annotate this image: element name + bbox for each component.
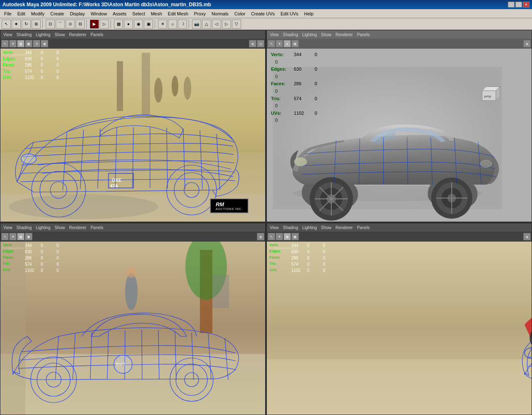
vp-topright-menu-shading[interactable]: Shading — [282, 32, 300, 37]
vp-topleft-toolbar: View Shading Lighting Show Renderer Pane… — [0, 30, 265, 39]
vp-bl-menu-view[interactable]: View — [2, 225, 14, 230]
vp-icon-extra2[interactable]: ◎ — [257, 40, 264, 47]
sep3 — [111, 20, 112, 29]
tool-move[interactable]: ✦ — [12, 20, 21, 29]
menu-select[interactable]: Select — [130, 10, 148, 17]
tool-select[interactable]: ↖ — [2, 20, 11, 29]
tool-shading-flat[interactable]: ◉ — [134, 20, 143, 29]
menu-editmesh[interactable]: Edit Mesh — [165, 10, 191, 17]
tool-snap-view[interactable]: ⊟ — [76, 20, 85, 29]
close-button[interactable]: × — [523, 2, 530, 7]
vp-topright-menu-panels[interactable]: Panels — [356, 32, 371, 37]
menu-normals[interactable]: Normals — [209, 10, 231, 17]
menu-assets[interactable]: Assets — [110, 10, 129, 17]
vp-tr-icon3[interactable]: ● — [283, 40, 291, 47]
vp-bl-menu-lighting[interactable]: Lighting — [34, 225, 52, 230]
tool-shading-wireframe[interactable]: ▦ — [114, 20, 123, 29]
vp-menu-view[interactable]: View — [2, 32, 14, 37]
tool-poly4[interactable]: ▽ — [232, 20, 241, 29]
vp-bl-menu-renderer[interactable]: Renderer — [68, 225, 88, 230]
vp-bl-icon2[interactable]: ✦ — [9, 233, 17, 240]
menu-window[interactable]: Window — [88, 10, 109, 17]
vp-menu-show[interactable]: Show — [53, 32, 66, 37]
vp-br-menu-shading[interactable]: Shading — [282, 225, 300, 230]
vp-br-menu-view[interactable]: View — [268, 225, 280, 230]
svg-point-5 — [172, 76, 178, 96]
vp-topright-menu-show[interactable]: Show — [320, 32, 332, 37]
vp-br-menu-renderer[interactable]: Renderer — [334, 225, 354, 230]
vp-tr-icon4[interactable]: ▦ — [291, 40, 299, 47]
menu-createuvs[interactable]: Create UVs — [249, 10, 277, 17]
vp-br-icon1[interactable]: ↖ — [268, 233, 275, 240]
vp-menu-lighting[interactable]: Lighting — [34, 32, 52, 37]
vp-icon-move[interactable]: ✦ — [9, 40, 17, 47]
vp-bl-icon4[interactable]: ▣ — [25, 233, 32, 240]
tool-poly3[interactable]: ▷ — [222, 20, 231, 29]
menu-edit[interactable]: Edit — [15, 10, 28, 17]
tool-snap-curve[interactable]: ⌒ — [56, 20, 65, 29]
viewport-top-left[interactable]: View Shading Lighting Show Renderer Pane… — [0, 30, 266, 222]
vp-icon-select[interactable]: ↖ — [1, 40, 9, 47]
tool-shading-smooth[interactable]: ● — [124, 20, 133, 29]
vp-bl-icon1[interactable]: ↖ — [1, 233, 9, 240]
menu-modify[interactable]: Modify — [29, 10, 47, 17]
vp-bl-icon5[interactable]: ◈ — [257, 233, 264, 240]
tool-poly1[interactable]: △ — [202, 20, 211, 29]
vp-icon-light[interactable]: ☀ — [33, 40, 40, 47]
vp-menu-panels[interactable]: Panels — [89, 32, 105, 37]
svg-point-6 — [184, 77, 191, 100]
tool-rotate[interactable]: ↻ — [22, 20, 31, 29]
svg-rect-2 — [117, 61, 123, 111]
menu-mesh[interactable]: Mesh — [148, 10, 165, 17]
vp-topright-menu-renderer[interactable]: Renderer — [334, 32, 354, 37]
tool-snap-grid[interactable]: ⊡ — [46, 20, 55, 29]
minimize-button[interactable]: _ — [508, 2, 515, 7]
vp-icon-texture[interactable]: ▣ — [25, 40, 32, 47]
menu-edituvs[interactable]: Edit UVs — [278, 10, 301, 17]
tool-light2[interactable]: ☼ — [168, 20, 177, 29]
menubar: File Edit Modify Create Display Window A… — [0, 9, 532, 18]
vp-br-menu-panels[interactable]: Panels — [356, 225, 371, 230]
vp-tr-icon2[interactable]: ✦ — [276, 40, 283, 47]
vp-br-menu-show[interactable]: Show — [320, 225, 332, 230]
vp-menu-renderer[interactable]: Renderer — [68, 32, 88, 37]
vp-tr-icon5[interactable]: ◈ — [523, 40, 531, 47]
vp-icon-shading[interactable]: ▦ — [17, 40, 25, 47]
vp-topright-menu-view[interactable]: View — [268, 32, 280, 37]
tool-snap-point[interactable]: ⊙ — [66, 20, 75, 29]
tool-texture[interactable]: ▣ — [144, 20, 153, 29]
tool-ipr[interactable]: ▷ — [100, 20, 109, 29]
tool-render[interactable]: ▶ — [90, 20, 99, 29]
viewport-top-right[interactable]: View Shading Lighting Show Renderer Pane… — [266, 30, 532, 222]
vp-bl-icon3[interactable]: ▦ — [17, 233, 25, 240]
vp-br-icon4[interactable]: ▣ — [291, 233, 299, 240]
menu-proxy[interactable]: Proxy — [192, 10, 208, 17]
maximize-button[interactable]: □ — [515, 2, 522, 7]
menu-color[interactable]: Color — [232, 10, 248, 17]
tool-camera[interactable]: 📷 — [192, 20, 201, 29]
viewport-bottom-left[interactable]: View Shading Lighting Show Renderer Pane… — [0, 223, 266, 415]
menu-display[interactable]: Display — [67, 10, 87, 17]
vp-br-icon5[interactable]: ◈ — [523, 233, 531, 240]
svg-point-53 — [480, 160, 492, 167]
vp-bl-menu-shading[interactable]: Shading — [15, 225, 33, 230]
vp-br-menu-lighting[interactable]: Lighting — [301, 225, 318, 230]
viewport-bottom-right[interactable]: View Shading Lighting Show Renderer Pane… — [266, 223, 532, 415]
vp-br-icon2[interactable]: ✦ — [276, 233, 283, 240]
vp-tr-icon1[interactable]: ↖ — [268, 40, 275, 47]
menu-create[interactable]: Create — [48, 10, 66, 17]
vp-topright-menu-lighting[interactable]: Lighting — [301, 32, 318, 37]
tool-light3[interactable]: ☽ — [178, 20, 187, 29]
vp-bl-menu-panels[interactable]: Panels — [89, 225, 105, 230]
vp-br-icon3[interactable]: ▦ — [283, 233, 291, 240]
vp-icon-extra1[interactable]: ◈ — [249, 40, 256, 47]
tool-scale[interactable]: ⊞ — [32, 20, 41, 29]
menu-help[interactable]: Help — [302, 10, 316, 17]
tool-poly2[interactable]: ◁ — [212, 20, 221, 29]
vp-icon-camera[interactable]: ◉ — [41, 40, 48, 47]
window-controls: _ □ × — [508, 2, 530, 7]
vp-menu-shading[interactable]: Shading — [15, 32, 33, 37]
menu-file[interactable]: File — [2, 10, 14, 17]
vp-bl-menu-show[interactable]: Show — [53, 225, 66, 230]
tool-light1[interactable]: ☀ — [158, 20, 167, 29]
